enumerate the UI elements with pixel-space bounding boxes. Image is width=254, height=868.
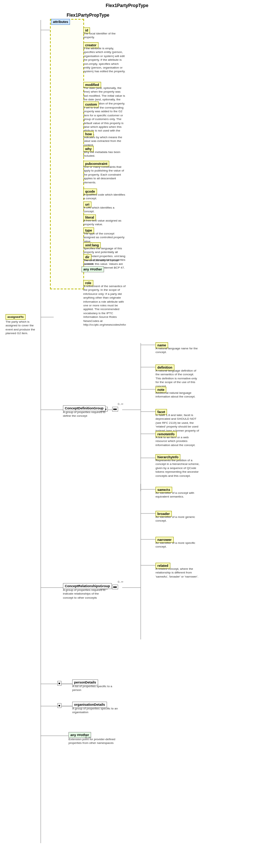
id-desc: The local identifier of the property.	[83, 32, 126, 40]
flex1partyproptype-title: Flex1PartyPropType	[67, 13, 109, 18]
definition-desc: A natural language definition of the sem…	[156, 369, 200, 388]
cdg-connector-box2: ■■	[112, 407, 118, 412]
org-connector: ■	[57, 703, 61, 708]
cdg-mult: 0..∞	[118, 402, 123, 406]
connector-lines	[0, 10, 254, 868]
page-title: Flex1PartyPropType	[0, 0, 254, 10]
narrower-desc: An identifier of a more specific concept…	[156, 541, 200, 549]
pubconstraint-desc: One or many constraints that apply to pu…	[83, 165, 126, 184]
qcode-desc: A qualified code which identifies a conc…	[83, 193, 126, 201]
cdg-desc: A group of properties required to define…	[63, 410, 107, 418]
remoteinfo-desc: A link to an item or a web resource whic…	[156, 436, 200, 447]
literal-desc: A free-text value assigned as property v…	[83, 219, 126, 227]
role-desc: A refinement of the semantics of the pro…	[83, 285, 126, 327]
crg-connector-box2: ■■	[112, 585, 118, 589]
uri-desc: A URI which identifies a concept.	[83, 206, 126, 214]
assignedto-box: assignedTo	[6, 314, 26, 320]
sameas-desc: An identifier of a concept with equivale…	[156, 491, 200, 499]
attributes-box: attributes	[51, 19, 70, 25]
assignedto-desc: The party which is assigned to cover the…	[6, 320, 39, 336]
crg-desc: A group of properties required to indica…	[63, 588, 107, 600]
orgdetails-desc: A group of properties specific to an org…	[72, 707, 120, 715]
anyother2-desc: Extension point for provider-defined pro…	[68, 738, 117, 745]
person-connector: ■	[57, 681, 61, 686]
note-desc: Additional natural language information …	[156, 391, 200, 399]
hierarchyinfo-desc: Represents the position of a concept in …	[156, 459, 200, 478]
dir-desc: The directionality of textual content.	[83, 259, 126, 266]
how-desc: Indicates by which means the value was e…	[83, 136, 126, 147]
attributes-group-box	[50, 19, 84, 289]
anyother-box: any ##other	[81, 266, 104, 272]
diagram: Flex1PartyPropType attributes id The loc…	[0, 10, 254, 862]
type-desc: The type of the concept assigned as cont…	[83, 232, 126, 243]
why-desc: Why the metadata has been included.	[83, 150, 126, 158]
related-desc: A related concept, where the relationshi…	[156, 567, 200, 579]
persondetails-desc: A list of properties specific to a perso…	[72, 685, 120, 692]
crg-mult: 0..∞	[118, 580, 123, 583]
broader-desc: An identifier of a more generic concept.	[156, 515, 200, 523]
creator-desc: If the attribute is empty, specifies whi…	[83, 47, 126, 74]
main-container: Flex1PartyPropType	[0, 0, 254, 868]
name-desc: A natural language name for the concept.	[156, 347, 200, 355]
